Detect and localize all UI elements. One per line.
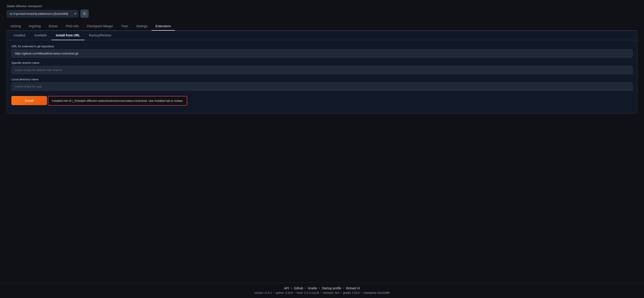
tab-png-info[interactable]: PNG Info <box>62 22 83 31</box>
footer-links: API • Github • Gradio • Startup profile … <box>4 286 640 290</box>
footer-link-github[interactable]: Github <box>294 286 303 290</box>
checkpoint-label: Stable Diffusion checkpoint <box>7 4 637 8</box>
directory-input[interactable] <box>12 82 632 91</box>
python-label: python: <box>276 291 284 295</box>
checkpoint-select-wrapper[interactable]: v1-5-pruned-emaonly.safetensors [6ce0168… <box>7 10 78 17</box>
tab-extras[interactable]: Extras <box>45 22 62 31</box>
footer-link-gradio[interactable]: Gradio <box>308 286 317 290</box>
url-form-group: URL for extension's git repository <box>12 45 632 58</box>
url-input[interactable] <box>12 49 632 58</box>
footer-dot-1: • <box>291 286 292 290</box>
checkpoint-row: v1-5-pruned-emaonly.safetensors [6ce0168… <box>7 9 637 18</box>
extensions-panel: Installed Available Install from URL Bac… <box>7 31 637 113</box>
footer-dot-2: • <box>305 286 306 290</box>
torch-label: torch: <box>297 291 304 295</box>
main-tabs: txt2img img2img Extras PNG Info Checkpoi… <box>7 22 637 31</box>
form-content: URL for extension's git repository Speci… <box>7 40 637 113</box>
checkpoint-label-footer: checkpoint: <box>364 291 377 295</box>
footer-link-startup-profile[interactable]: Startup profile <box>322 286 341 290</box>
tab-txt2img[interactable]: txt2img <box>7 22 25 31</box>
footer: API • Github • Gradio • Startup profile … <box>0 283 644 298</box>
footer-link-reload-ui[interactable]: Reload UI <box>346 286 360 290</box>
url-label: URL for extension's git repository <box>12 45 632 48</box>
version-label: version: <box>254 291 264 295</box>
directory-form-group: Local directory name <box>12 78 632 91</box>
gradio-value: 3.32.0 <box>352 291 360 295</box>
sub-tab-install-from-url[interactable]: Install from URL <box>52 31 84 40</box>
footer-version-line: version: v1.5.1 • python: 3.10.6 • torch… <box>4 291 640 295</box>
checkpoint-value-footer: 6ce01689 <box>378 291 390 295</box>
footer-dot-4: • <box>343 286 344 290</box>
branch-input[interactable] <box>12 66 632 74</box>
tab-extensions[interactable]: Extensions <box>152 22 175 31</box>
sub-tab-backup-restore[interactable]: Backup/Restore <box>84 31 116 40</box>
torch-value: 2.0.1+cu118 <box>304 291 319 295</box>
directory-label: Local directory name <box>12 78 632 81</box>
python-value: 3.10.6 <box>285 291 293 295</box>
sub-tab-installed[interactable]: Installed <box>9 31 30 40</box>
sub-tabs: Installed Available Install from URL Bac… <box>7 31 637 40</box>
tab-settings[interactable]: Settings <box>132 22 152 31</box>
tab-train[interactable]: Train <box>117 22 132 31</box>
gradio-label: gradio: <box>343 291 352 295</box>
tab-checkpoint-merger[interactable]: Checkpoint Merger <box>82 22 117 31</box>
install-button[interactable]: Install <box>12 96 47 105</box>
branch-label: Specific branch name <box>12 61 632 64</box>
tab-img2img[interactable]: img2img <box>25 22 45 31</box>
branch-form-group: Specific branch name <box>12 61 632 74</box>
xformers-label: xformers: <box>323 291 334 295</box>
success-message: Installed into D:\_AI\stable-diffusion-w… <box>48 96 187 106</box>
checkpoint-select[interactable]: v1-5-pruned-emaonly.safetensors [6ce0168… <box>7 10 78 17</box>
refresh-checkpoint-button[interactable]: ↻ <box>80 9 88 18</box>
footer-dot-3: • <box>319 286 320 290</box>
refresh-icon: ↻ <box>83 12 86 16</box>
sub-tab-available[interactable]: Available <box>30 31 52 40</box>
xformers-value: N/A <box>335 291 339 295</box>
footer-link-api[interactable]: API <box>284 286 289 290</box>
version-value: v1.5.1 <box>264 291 272 295</box>
